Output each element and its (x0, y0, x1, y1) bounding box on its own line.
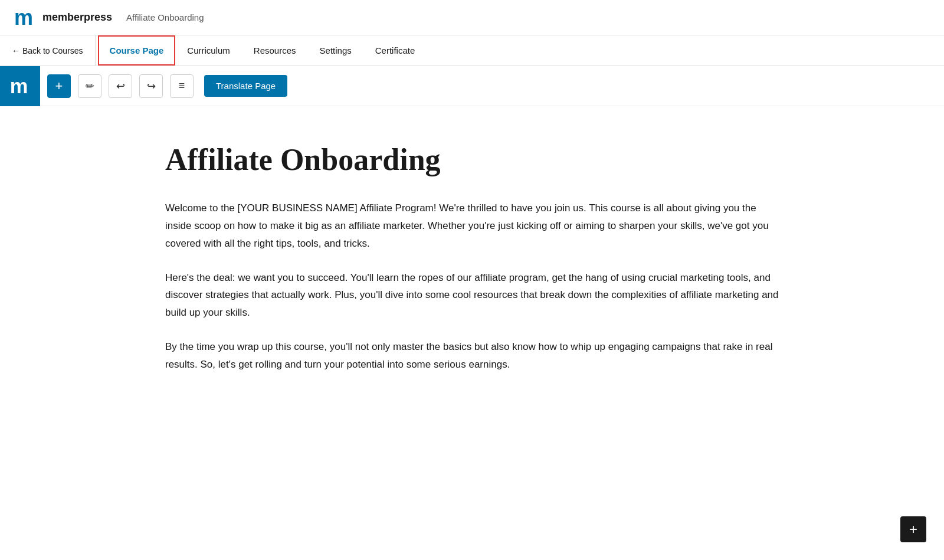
add-block-button[interactable]: + (47, 74, 71, 98)
tab-settings[interactable]: Settings (308, 35, 363, 66)
course-title-nav: Affiliate Onboarding (126, 12, 204, 22)
bottom-add-button[interactable]: + (900, 516, 926, 542)
toolbar: m + ✏ ↩ ↪ ≡ Translate Page (0, 66, 944, 106)
back-to-courses-link[interactable]: ← Back to Courses (0, 35, 96, 66)
tab-nav: ← Back to Courses Course Page Curriculum… (0, 35, 944, 66)
undo-button[interactable]: ↩ (109, 74, 132, 98)
tab-course-page[interactable]: Course Page (98, 35, 176, 66)
toolbar-mp-logo: m (0, 66, 40, 106)
bottom-plus-icon: + (909, 521, 917, 538)
paragraph-1: Welcome to the [YOUR BUSINESS NAME] Affi… (165, 199, 779, 252)
tab-certificate[interactable]: Certificate (363, 35, 427, 66)
translate-page-button[interactable]: Translate Page (204, 75, 287, 97)
plus-icon: + (55, 78, 63, 94)
paragraph-2: Here's the deal: we want you to succeed.… (165, 269, 779, 322)
svg-text:m: m (14, 5, 33, 30)
tab-curriculum[interactable]: Curriculum (175, 35, 242, 66)
page-heading: Affiliate Onboarding (165, 142, 779, 178)
hamburger-icon: ≡ (179, 80, 185, 92)
tab-items: Course Page Curriculum Resources Setting… (96, 35, 427, 66)
top-nav: m memberpress Affiliate Onboarding (0, 0, 944, 35)
mp-logo-icon: m (9, 75, 31, 97)
pencil-icon: ✏ (86, 80, 94, 93)
brand-name: memberpress (42, 11, 112, 24)
menu-button[interactable]: ≡ (170, 74, 194, 98)
paragraph-3: By the time you wrap up this course, you… (165, 338, 779, 374)
redo-button[interactable]: ↪ (139, 74, 163, 98)
undo-icon: ↩ (116, 80, 125, 93)
main-content: Affiliate Onboarding Welcome to the [YOU… (118, 106, 826, 437)
brand: m memberpress (12, 5, 112, 31)
memberpress-logo: m (12, 5, 38, 31)
redo-icon: ↪ (147, 80, 156, 93)
edit-button[interactable]: ✏ (78, 74, 101, 98)
tab-resources[interactable]: Resources (242, 35, 308, 66)
svg-text:m: m (10, 75, 28, 97)
